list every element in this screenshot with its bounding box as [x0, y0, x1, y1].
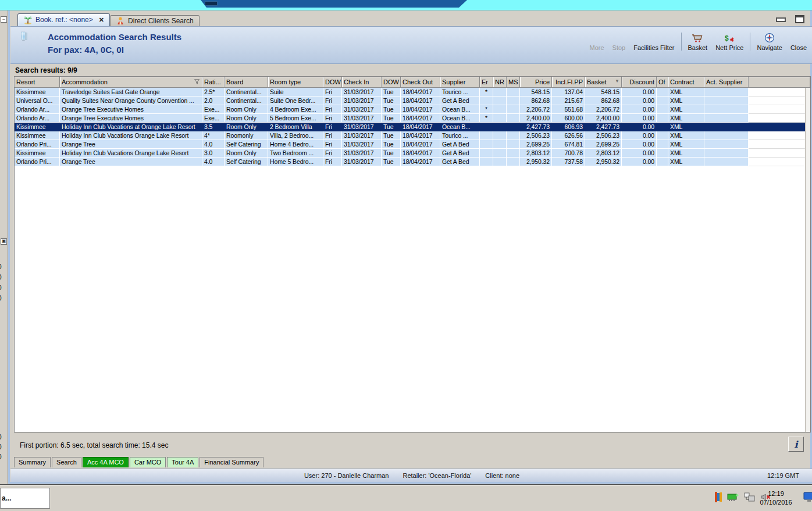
- column-header-contract[interactable]: Contract: [668, 77, 704, 88]
- result-row[interactable]: Orlando Ar...Orange Tree Executive Homes…: [15, 114, 810, 123]
- cell: Tue: [382, 105, 401, 114]
- basket-cart-icon: [691, 32, 704, 44]
- info-button[interactable]: i: [788, 437, 804, 452]
- nett-price-button[interactable]: $Nett Price: [711, 31, 747, 52]
- tab-close-icon[interactable]: ✕: [99, 16, 104, 24]
- result-row[interactable]: Orlando Pri...Orange Tree4.0Self Caterin…: [15, 158, 810, 166]
- close-button[interactable]: Close: [786, 31, 811, 52]
- column-header-label: Supplier: [442, 78, 465, 87]
- cell-filler: [749, 131, 810, 140]
- bottom-tab-tour-4a[interactable]: Tour 4A: [167, 457, 198, 467]
- bottom-tab-car-mco[interactable]: Car MCO: [130, 457, 166, 467]
- cell: Exe...: [202, 114, 225, 123]
- column-header-dow[interactable]: DOW: [382, 77, 401, 88]
- column-header-discount[interactable]: Discount: [622, 77, 657, 88]
- partial-monitor-icon[interactable]: [803, 492, 812, 502]
- taskbar-app-button[interactable]: a...: [0, 488, 50, 509]
- bottom-tab-summary[interactable]: Summary: [14, 457, 51, 467]
- minimize-icon[interactable]: [776, 17, 786, 22]
- cell: [493, 158, 507, 166]
- column-header-incl-fl-pp[interactable]: Incl.Fl.PP: [552, 77, 585, 88]
- column-header-check-out[interactable]: Check Out: [401, 77, 440, 88]
- result-row[interactable]: KissimmeeHoliday Inn Club Vacations Oran…: [15, 149, 810, 158]
- result-row[interactable]: KissimmeeHoliday Inn Club Vacations at O…: [15, 123, 810, 131]
- results-table: ResortAccommodationRati...BoardRoom type…: [14, 76, 811, 433]
- column-header-accommodation[interactable]: Accommodation: [60, 77, 202, 88]
- cell: 0.00: [622, 158, 657, 166]
- cell: Quality Suites Near Orange County Conven…: [60, 97, 202, 105]
- cell: 31/03/2017: [342, 131, 382, 140]
- cell: [704, 149, 749, 158]
- column-header-price[interactable]: Price: [520, 77, 552, 88]
- column-header-er[interactable]: Er: [480, 77, 493, 88]
- cell: 31/03/2017: [342, 140, 382, 149]
- basket-button[interactable]: Basket: [684, 31, 712, 52]
- cell-filler: [749, 140, 810, 149]
- column-header-label: Rati...: [204, 78, 221, 87]
- cell: 31/03/2017: [342, 158, 382, 166]
- palm-tree-icon: [23, 15, 33, 24]
- collapse-box-icon[interactable]: –: [1, 16, 7, 23]
- column-header-resort[interactable]: Resort: [15, 77, 60, 88]
- cell: [657, 149, 668, 158]
- column-header-dow[interactable]: DOW: [323, 77, 342, 88]
- cell-filler: [749, 97, 810, 105]
- column-header-basket[interactable]: Basket▼: [585, 77, 622, 88]
- result-row[interactable]: Universal O...Quality Suites Near Orange…: [15, 97, 810, 105]
- collapse-box-icon[interactable]: ▣: [1, 238, 7, 245]
- column-header-supplier[interactable]: Supplier: [440, 77, 480, 88]
- navigate-compass-icon: [764, 32, 775, 44]
- cell: Tue: [382, 131, 401, 140]
- cell-filler: [749, 149, 810, 158]
- cell: [480, 123, 493, 131]
- cell: 0.00: [622, 123, 657, 131]
- client-label: Client: none: [485, 472, 519, 479]
- doc-tab-booking-ref[interactable]: Book. ref.: <none>✕: [17, 13, 110, 26]
- doc-tab-direct-clients[interactable]: Direct Clients Search: [110, 15, 200, 26]
- cell: Ocean B...: [440, 114, 480, 123]
- window-controls: [776, 15, 804, 23]
- filter-funnel-icon[interactable]: [194, 78, 200, 87]
- cell: 0.00: [622, 105, 657, 114]
- column-header-rati-[interactable]: Rati...: [202, 77, 225, 88]
- navigate-button[interactable]: Navigate: [753, 31, 786, 52]
- cell: 2,400.00: [585, 114, 622, 123]
- column-header-act-supplier[interactable]: Act. Supplier: [704, 77, 749, 88]
- cell: Tue: [382, 149, 401, 158]
- cell: Tue: [382, 140, 401, 149]
- cell: [704, 140, 749, 149]
- cell: [493, 149, 507, 158]
- column-header-ms[interactable]: MS: [507, 77, 520, 88]
- result-row[interactable]: Orlando Pri...Orange Tree4.0Self Caterin…: [15, 140, 810, 149]
- bottom-tab-acc-4a-mco[interactable]: Acc 4A MCO: [83, 457, 129, 467]
- result-row[interactable]: KissimmeeHoliday Inn Club Vacations Oran…: [15, 131, 810, 140]
- results-count-label: Search results: 9/9: [15, 66, 77, 74]
- cell: 2,427.73: [520, 123, 552, 131]
- column-header-room-type[interactable]: Room type: [268, 77, 323, 88]
- cell: 31/03/2017: [342, 97, 382, 105]
- facilities-filter-button[interactable]: Facilities Filter: [629, 31, 678, 52]
- bottom-tab-financial-summary[interactable]: Financial Summary: [200, 457, 263, 467]
- column-header-board[interactable]: Board: [225, 77, 268, 88]
- desktop-top-strip: [0, 0, 812, 10]
- cell: 18/04/2017: [401, 140, 440, 149]
- clock-time: 12:19: [754, 489, 798, 498]
- screen: – ▣ 0000 000 Book. ref.: <none>✕Direct C…: [0, 0, 812, 511]
- cell: 18/04/2017: [401, 158, 440, 166]
- cell: 215.67: [552, 97, 585, 105]
- cell: Kissimmee: [15, 149, 60, 158]
- cell: [507, 88, 520, 97]
- network-card-icon[interactable]: [727, 493, 739, 502]
- cell: Tourico ...: [440, 131, 480, 140]
- cell: Exe...: [202, 105, 225, 114]
- result-row[interactable]: KissimmeeTravelodge Suites East Gate Ora…: [15, 88, 810, 97]
- column-header-of[interactable]: Of: [657, 77, 668, 88]
- app-tray-icon[interactable]: [715, 492, 722, 502]
- column-header-check-in[interactable]: Check In: [342, 77, 382, 88]
- vertical-scrollbar[interactable]: [805, 88, 810, 432]
- bottom-tab-search[interactable]: Search: [52, 457, 81, 467]
- cell: [657, 158, 668, 166]
- maximize-icon[interactable]: [795, 15, 804, 23]
- result-row[interactable]: Orlando Ar...Orange Tree Executive Homes…: [15, 105, 810, 114]
- column-header-nr[interactable]: NR: [493, 77, 507, 88]
